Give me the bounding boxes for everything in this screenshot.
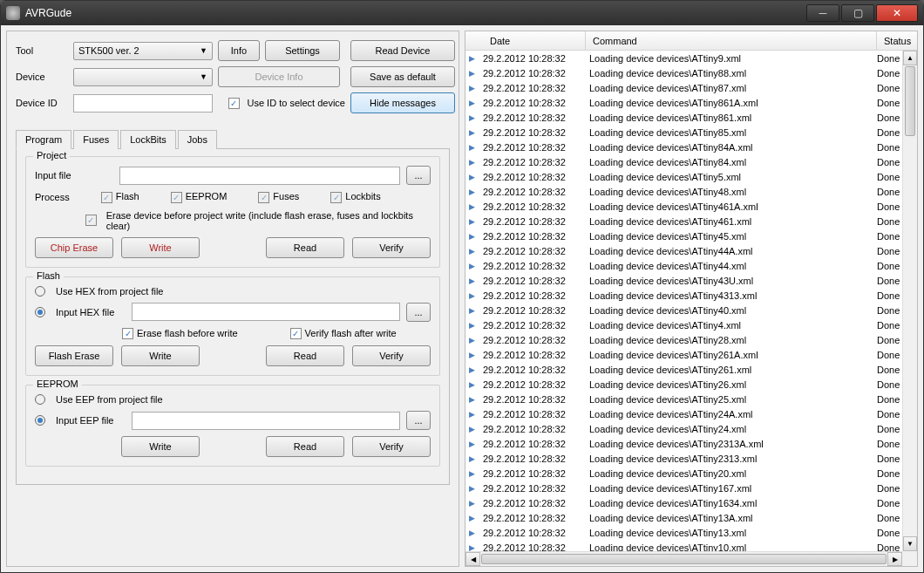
- col-command-header[interactable]: Command: [586, 31, 877, 50]
- triangle-icon: ▶: [469, 262, 481, 270]
- log-row[interactable]: ▶29.2.2012 10:28:32Loading device device…: [465, 110, 917, 125]
- log-row[interactable]: ▶29.2.2012 10:28:32Loading device device…: [465, 154, 917, 169]
- scroll-thumb-h[interactable]: [481, 554, 887, 564]
- triangle-icon: ▶: [469, 84, 481, 92]
- eeprom-write-button[interactable]: Write: [121, 436, 200, 457]
- log-row[interactable]: ▶29.2.2012 10:28:32Loading device device…: [465, 332, 917, 347]
- log-row[interactable]: ▶29.2.2012 10:28:32Loading device device…: [465, 169, 917, 184]
- save-default-button[interactable]: Save as default: [350, 66, 455, 87]
- log-row[interactable]: ▶29.2.2012 10:28:32Loading device device…: [465, 436, 917, 451]
- erase-before-checkbox[interactable]: [85, 215, 97, 226]
- project-write-button[interactable]: Write: [121, 237, 200, 258]
- process-fuses-checkbox[interactable]: [258, 192, 269, 203]
- erase-flash-checkbox[interactable]: [122, 328, 133, 339]
- log-row[interactable]: ▶29.2.2012 10:28:32Loading device device…: [465, 65, 917, 80]
- tab-fuses[interactable]: Fuses: [73, 130, 119, 149]
- log-row[interactable]: ▶29.2.2012 10:28:32Loading device device…: [465, 140, 917, 154]
- vertical-scrollbar[interactable]: ▲ ▼: [902, 51, 917, 551]
- scroll-down-icon[interactable]: ▼: [903, 536, 917, 551]
- project-verify-button[interactable]: Verify: [352, 237, 431, 258]
- scroll-left-icon[interactable]: ◀: [465, 552, 480, 566]
- scroll-right-icon[interactable]: ▶: [887, 552, 902, 566]
- flash-erase-button[interactable]: Flash Erase: [35, 345, 113, 366]
- project-browse-button[interactable]: ...: [406, 166, 431, 185]
- main-window: AVRGude ─ ▢ ✕ Tool STK500 ver. 2 ▼ Info …: [0, 0, 924, 573]
- verify-flash-checkbox[interactable]: [290, 328, 302, 339]
- log-row[interactable]: ▶29.2.2012 10:28:32Loading device device…: [465, 362, 917, 377]
- process-lockbits-checkbox[interactable]: [330, 192, 342, 203]
- device-id-label: Device ID: [16, 98, 68, 108]
- tab-lockbits[interactable]: LockBits: [120, 130, 176, 149]
- tab-program[interactable]: Program: [16, 130, 71, 149]
- scroll-thumb[interactable]: [905, 66, 915, 136]
- input-eep-radio[interactable]: [35, 415, 45, 426]
- flash-read-button[interactable]: Read: [266, 345, 344, 366]
- log-row[interactable]: ▶29.2.2012 10:28:32Loading device device…: [465, 288, 917, 303]
- log-row[interactable]: ▶29.2.2012 10:28:32Loading device device…: [465, 243, 917, 258]
- log-row[interactable]: ▶29.2.2012 10:28:32Loading device device…: [465, 510, 917, 525]
- eeprom-verify-button[interactable]: Verify: [352, 436, 431, 457]
- log-row[interactable]: ▶29.2.2012 10:28:32Loading device device…: [465, 421, 917, 436]
- tool-combo[interactable]: STK500 ver. 2 ▼: [73, 42, 213, 60]
- chip-erase-button[interactable]: Chip Erase: [35, 237, 113, 258]
- log-row[interactable]: ▶29.2.2012 10:28:32Loading device device…: [465, 451, 917, 466]
- log-row[interactable]: ▶29.2.2012 10:28:32Loading device device…: [465, 303, 917, 317]
- log-row[interactable]: ▶29.2.2012 10:28:32Loading device device…: [465, 80, 917, 95]
- process-flash-checkbox[interactable]: [101, 192, 112, 203]
- log-row[interactable]: ▶29.2.2012 10:28:32Loading device device…: [465, 51, 917, 65]
- device-combo[interactable]: ▼: [73, 68, 213, 86]
- log-row[interactable]: ▶29.2.2012 10:28:32Loading device device…: [465, 347, 917, 362]
- erase-before-label: Erase device before project write (inclu…: [106, 210, 431, 231]
- horizontal-scrollbar[interactable]: ◀ ▶: [465, 551, 902, 566]
- log-row[interactable]: ▶29.2.2012 10:28:32Loading device device…: [465, 495, 917, 510]
- log-row[interactable]: ▶29.2.2012 10:28:32Loading device device…: [465, 258, 917, 273]
- flash-browse-button[interactable]: ...: [406, 303, 431, 322]
- log-row[interactable]: ▶29.2.2012 10:28:32Loading device device…: [465, 184, 917, 199]
- input-hex-label: Input HEX file: [56, 307, 126, 317]
- minimize-button[interactable]: ─: [806, 4, 839, 22]
- log-row[interactable]: ▶29.2.2012 10:28:32Loading device device…: [465, 406, 917, 421]
- tab-jobs[interactable]: Jobs: [178, 130, 217, 149]
- flash-verify-button[interactable]: Verify: [352, 345, 431, 366]
- scroll-up-icon[interactable]: ▲: [903, 51, 917, 65]
- log-command: Loading device devices\ATtiny261.xml: [584, 365, 877, 375]
- log-row[interactable]: ▶29.2.2012 10:28:32Loading device device…: [465, 392, 917, 406]
- close-button[interactable]: ✕: [876, 4, 918, 22]
- flash-write-button[interactable]: Write: [121, 345, 200, 366]
- read-device-button[interactable]: Read Device: [350, 40, 455, 61]
- col-status-header[interactable]: Status: [877, 31, 917, 50]
- triangle-icon: ▶: [469, 484, 481, 493]
- log-row[interactable]: ▶29.2.2012 10:28:32Loading device device…: [465, 466, 917, 481]
- log-row[interactable]: ▶29.2.2012 10:28:32Loading device device…: [465, 214, 917, 229]
- info-button[interactable]: Info: [218, 40, 260, 61]
- log-row[interactable]: ▶29.2.2012 10:28:32Loading device device…: [465, 525, 917, 540]
- log-row[interactable]: ▶29.2.2012 10:28:32Loading device device…: [465, 95, 917, 110]
- hide-messages-button[interactable]: Hide messages: [350, 92, 455, 113]
- project-input-file-field[interactable]: [119, 167, 400, 185]
- log-row[interactable]: ▶29.2.2012 10:28:32Loading device device…: [465, 317, 917, 332]
- log-row[interactable]: ▶29.2.2012 10:28:32Loading device device…: [465, 273, 917, 288]
- log-command: Loading device devices\ATtiny28.xml: [584, 335, 877, 345]
- col-date-header[interactable]: Date: [483, 31, 586, 50]
- titlebar[interactable]: AVRGude ─ ▢ ✕: [1, 1, 923, 25]
- log-body[interactable]: ▶29.2.2012 10:28:32Loading device device…: [465, 51, 917, 566]
- log-row[interactable]: ▶29.2.2012 10:28:32Loading device device…: [465, 377, 917, 392]
- eeprom-browse-button[interactable]: ...: [406, 411, 431, 430]
- input-eep-field[interactable]: [132, 412, 400, 430]
- log-row[interactable]: ▶29.2.2012 10:28:32Loading device device…: [465, 481, 917, 495]
- maximize-button[interactable]: ▢: [841, 4, 874, 22]
- use-eep-radio[interactable]: [35, 394, 45, 405]
- use-hex-radio[interactable]: [35, 286, 45, 297]
- log-row[interactable]: ▶29.2.2012 10:28:32Loading device device…: [465, 125, 917, 140]
- settings-button[interactable]: Settings: [265, 40, 340, 61]
- input-hex-field[interactable]: [132, 303, 400, 321]
- eeprom-read-button[interactable]: Read: [266, 436, 344, 457]
- project-read-button[interactable]: Read: [266, 237, 344, 258]
- device-id-field[interactable]: [73, 94, 213, 113]
- log-row[interactable]: ▶29.2.2012 10:28:32Loading device device…: [465, 199, 917, 214]
- input-hex-radio[interactable]: [35, 307, 45, 317]
- use-id-checkbox[interactable]: [228, 98, 240, 109]
- process-eeprom-checkbox[interactable]: [171, 192, 182, 203]
- triangle-icon: ▶: [469, 69, 481, 78]
- log-row[interactable]: ▶29.2.2012 10:28:32Loading device device…: [465, 229, 917, 243]
